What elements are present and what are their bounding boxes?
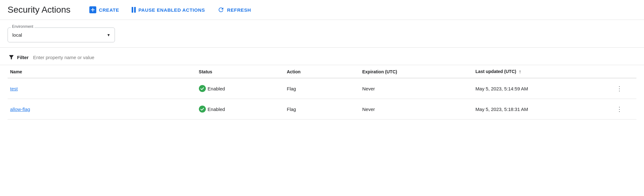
col-header-expiration: Expiration (UTC) bbox=[360, 65, 473, 78]
environment-section: Environment local staging production ▼ bbox=[0, 20, 644, 48]
cell-expiration-0: Never bbox=[360, 78, 473, 99]
filter-label: Filter bbox=[17, 55, 29, 60]
more-vert-icon-0: ⋮ bbox=[616, 85, 623, 92]
security-actions-table: Name Status Action Expiration (UTC) Last… bbox=[8, 65, 636, 119]
cell-status-0: Enabled bbox=[196, 78, 284, 99]
refresh-button[interactable]: REFRESH bbox=[216, 4, 252, 15]
cell-lastupdated-1: May 5, 2023, 5:18:31 AM bbox=[473, 99, 611, 119]
cell-expiration-1: Never bbox=[360, 99, 473, 119]
col-header-name: Name bbox=[8, 65, 196, 78]
refresh-icon bbox=[218, 6, 224, 13]
environment-select-wrapper: Environment local staging production ▼ bbox=[8, 28, 115, 42]
status-label-1: Enabled bbox=[208, 107, 225, 112]
refresh-label: REFRESH bbox=[227, 7, 251, 13]
filter-button[interactable]: Filter bbox=[8, 53, 29, 62]
page-title: Security Actions bbox=[8, 5, 70, 15]
pause-button[interactable]: PAUSE ENABLED ACTIONS bbox=[130, 5, 206, 15]
filter-input[interactable] bbox=[33, 55, 191, 60]
status-check-icon-1 bbox=[199, 106, 206, 113]
cell-name-1: allow-flag bbox=[8, 99, 196, 119]
filter-icon bbox=[8, 54, 15, 60]
create-label: CREATE bbox=[99, 7, 119, 13]
cell-lastupdated-0: May 5, 2023, 5:14:59 AM bbox=[473, 78, 611, 99]
cell-name-0: test bbox=[8, 78, 196, 99]
filter-section: Filter bbox=[0, 48, 644, 65]
more-vert-icon-1: ⋮ bbox=[616, 106, 623, 112]
cell-menu-0: ⋮ bbox=[611, 78, 636, 99]
cell-action-0: Flag bbox=[284, 78, 360, 99]
status-label-0: Enabled bbox=[208, 86, 225, 91]
cell-action-1: Flag bbox=[284, 99, 360, 119]
environment-label: Environment bbox=[11, 24, 34, 29]
svg-rect-1 bbox=[91, 9, 95, 10]
row-menu-button-1[interactable]: ⋮ bbox=[614, 104, 625, 114]
cell-menu-1: ⋮ bbox=[611, 99, 636, 119]
col-header-action: Action bbox=[284, 65, 360, 78]
table-container: Name Status Action Expiration (UTC) Last… bbox=[0, 65, 644, 119]
table-row: test Enabled Flag Never May 5, 2023, 5:1… bbox=[8, 78, 636, 99]
name-link-0[interactable]: test bbox=[10, 86, 18, 91]
header-actions: CREATE PAUSE ENABLED ACTIONS REFRESH bbox=[88, 4, 252, 15]
sort-asc-icon: ↑ bbox=[519, 69, 521, 75]
name-link-1[interactable]: allow-flag bbox=[10, 107, 30, 112]
table-header-row: Name Status Action Expiration (UTC) Last… bbox=[8, 65, 636, 78]
col-header-menu bbox=[611, 65, 636, 78]
create-button[interactable]: CREATE bbox=[88, 4, 120, 15]
status-check-icon-0 bbox=[199, 85, 206, 92]
col-header-lastupdated[interactable]: Last updated (UTC) ↑ bbox=[473, 65, 611, 78]
create-icon bbox=[89, 6, 96, 13]
row-menu-button-0[interactable]: ⋮ bbox=[614, 83, 625, 94]
page-header: Security Actions CREATE PAUSE ENABLED AC… bbox=[0, 0, 644, 20]
environment-select[interactable]: local staging production bbox=[8, 28, 115, 42]
col-header-status: Status bbox=[196, 65, 284, 78]
cell-status-1: Enabled bbox=[196, 99, 284, 119]
table-row: allow-flag Enabled Flag Never May 5, 202… bbox=[8, 99, 636, 119]
pause-icon bbox=[132, 7, 136, 13]
pause-label: PAUSE ENABLED ACTIONS bbox=[138, 7, 205, 13]
